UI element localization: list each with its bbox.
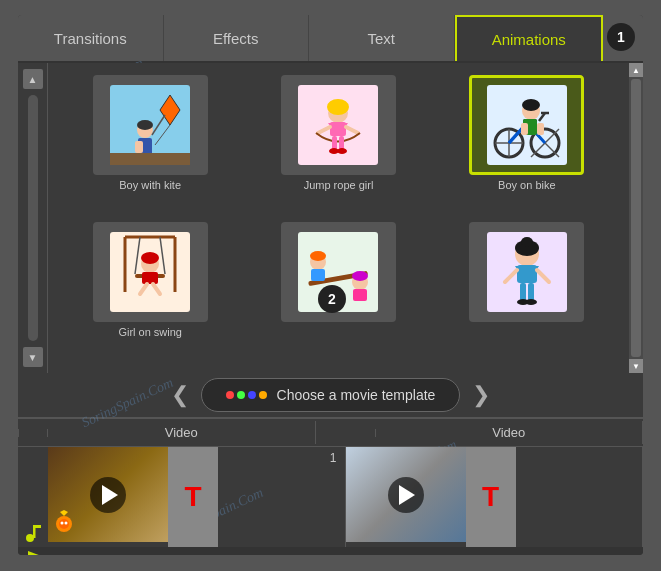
svg-rect-57 [353, 289, 367, 301]
tab-text[interactable]: Text [309, 15, 455, 61]
svg-marker-73 [60, 510, 68, 516]
svg-point-18 [337, 148, 347, 154]
svg-rect-36 [537, 123, 544, 135]
anim-item-boy-kite[interactable]: Boy with kite [60, 75, 240, 214]
timeline-track-1: 1 [48, 447, 346, 547]
svg-rect-46 [142, 272, 158, 284]
transition-t-letter: T [184, 481, 201, 513]
anim-thumb-girl-standing[interactable] [469, 222, 584, 322]
svg-point-53 [310, 251, 326, 261]
svg-rect-8 [110, 153, 190, 165]
svg-rect-12 [330, 122, 346, 136]
content-area: ▲ ▼ [18, 63, 643, 373]
svg-point-74 [59, 519, 69, 529]
music-note-icon [23, 523, 43, 543]
tab-transitions[interactable]: Transitions [18, 15, 164, 61]
svg-point-11 [327, 99, 349, 115]
svg-marker-77 [28, 551, 44, 555]
badge-2: 2 [318, 285, 346, 313]
template-arrow-left[interactable]: ❮ [171, 382, 189, 408]
svg-rect-15 [332, 136, 337, 150]
right-scroll-down[interactable]: ▼ [629, 359, 643, 373]
badge-1: 1 [607, 23, 635, 51]
right-scroll-up[interactable]: ▲ [629, 63, 643, 77]
anim-item-girl-standing[interactable] [437, 222, 617, 361]
timeline-left-panel [18, 447, 48, 547]
anim-label-boy-bike: Boy on bike [498, 179, 555, 191]
girl-standing-illustration [487, 232, 567, 312]
svg-point-33 [522, 99, 540, 111]
video-thumbnail-1[interactable] [48, 447, 168, 542]
anim-thumb-boy-kite[interactable] [93, 75, 208, 175]
timeline-content: 1 [18, 447, 643, 547]
tab-bar: Transitions Effects Text Animations M 1 [18, 15, 643, 63]
svg-rect-71 [33, 525, 41, 528]
play-icon-2 [399, 485, 415, 505]
anim-item-girl-swing[interactable]: Girl on swing [60, 222, 240, 361]
svg-rect-62 [517, 265, 537, 283]
scroll-down-arrow[interactable]: ▼ [23, 347, 43, 367]
boy-kite-illustration [110, 85, 190, 165]
play-icon-1 [102, 485, 118, 505]
timeline-area: Video Video 1 [18, 417, 643, 555]
svg-rect-66 [528, 283, 534, 301]
svg-rect-5 [135, 141, 143, 153]
svg-point-45 [141, 252, 159, 264]
transition-block-1[interactable]: T [168, 447, 218, 547]
transition-block-2[interactable]: T [466, 447, 516, 547]
svg-point-56 [352, 271, 368, 281]
timeline-col2-header: Video [376, 421, 644, 444]
scroll-track[interactable] [28, 95, 38, 341]
timeline-track-2: T [346, 447, 644, 547]
tab-effects[interactable]: Effects [164, 15, 310, 61]
anim-label-jump-rope: Jump rope girl [304, 179, 374, 191]
tab-animations[interactable]: Animations [455, 15, 604, 61]
main-container: SoringSpain.Com SoringSpain.Com SoringSp… [18, 15, 643, 555]
svg-rect-35 [521, 123, 528, 135]
choose-template-button[interactable]: Choose a movie template [201, 378, 461, 412]
timeline-track-number: 1 [330, 451, 337, 465]
transition-t-letter-2: T [482, 481, 499, 513]
choose-template-bar: ❮ Choose a movie template ❯ [18, 373, 643, 417]
left-scroll: ▲ ▼ [18, 63, 48, 373]
svg-point-61 [521, 237, 533, 247]
boy-bike-illustration [487, 85, 567, 165]
right-scroll-track[interactable] [631, 79, 641, 357]
svg-point-76 [65, 522, 68, 525]
anim-label-boy-kite: Boy with kite [119, 179, 181, 191]
play-button-2[interactable] [388, 477, 424, 513]
scroll-up-arrow[interactable]: ▲ [23, 69, 43, 89]
jester-icon [52, 510, 76, 538]
svg-rect-16 [339, 136, 344, 150]
svg-point-69 [26, 534, 34, 542]
anim-thumb-girl-swing[interactable] [93, 222, 208, 322]
anim-item-boy-bike[interactable]: Boy on bike [437, 75, 617, 214]
anim-thumb-boy-bike[interactable] [469, 75, 584, 175]
anim-label-girl-swing: Girl on swing [118, 326, 182, 338]
svg-point-75 [61, 522, 64, 525]
svg-rect-54 [311, 269, 325, 281]
svg-rect-65 [520, 283, 526, 301]
animations-grid: Boy with kite [48, 63, 629, 373]
timeline-bottom [18, 547, 643, 555]
svg-point-68 [525, 299, 537, 305]
anim-item-jump-rope[interactable]: Jump rope girl [248, 75, 428, 214]
timeline-play-arrow [26, 549, 46, 555]
girl-swing-illustration [110, 232, 190, 312]
timeline-header: Video Video [18, 419, 643, 447]
jump-rope-illustration [298, 85, 378, 165]
play-button-1[interactable] [90, 477, 126, 513]
template-arrow-right[interactable]: ❯ [472, 382, 490, 408]
right-scroll: ▲ ▼ [629, 63, 643, 373]
anim-thumb-jump-rope[interactable] [281, 75, 396, 175]
svg-point-7 [137, 120, 153, 130]
timeline-col1-header: Video [48, 421, 316, 444]
dots-icon [226, 391, 267, 399]
video-thumbnail-2[interactable] [346, 447, 466, 542]
